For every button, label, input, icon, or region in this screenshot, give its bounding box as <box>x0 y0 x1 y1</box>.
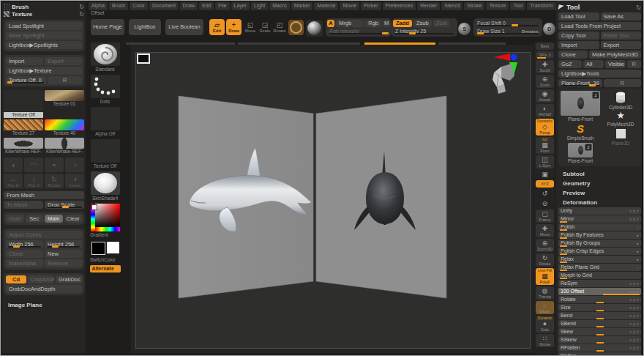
scale-button[interactable]: ◲Scale <box>258 21 272 33</box>
texture-adjust-button[interactable]: ◠ <box>24 157 43 172</box>
load-tools-from-project-button[interactable]: Load Tools From Project <box>558 22 641 30</box>
export-texture-button[interactable]: Export <box>45 57 82 65</box>
scene-3d[interactable] <box>131 45 533 353</box>
load-spotlight-button[interactable]: Load Spotlight <box>6 22 82 30</box>
crop-and-fill-button[interactable]: CropAndFill <box>28 275 54 283</box>
menu-item[interactable]: Alpha <box>89 2 108 10</box>
current-stroke-thumbnail[interactable] <box>91 75 120 98</box>
nav-button[interactable]: ▢ Frame <box>536 209 554 223</box>
rgb-button[interactable]: Rgb <box>365 20 381 27</box>
export-tool-button[interactable]: Export <box>601 41 642 49</box>
nav-button[interactable]: ∷ Xpose <box>536 334 554 347</box>
lightbox-texture-button[interactable]: Lightbox▶Texture <box>6 67 82 75</box>
deformation-axis-toggle[interactable]: x y z <box>629 215 639 223</box>
deformation-slider[interactable]: Unify x y z <box>558 207 641 215</box>
section-preview[interactable]: Preview <box>558 188 641 198</box>
menu-item[interactable]: Draw <box>180 2 198 10</box>
stroke-button[interactable]: S <box>457 22 471 36</box>
menu-item[interactable]: Macro <box>269 2 289 10</box>
make-polymesh3d-button[interactable]: Make PolyMesh3D <box>589 51 641 59</box>
menu-item[interactable]: Stencil <box>441 2 463 10</box>
zsub-button[interactable]: Zsub <box>413 20 432 27</box>
z-intensity-slider[interactable]: Z Intensity 25 <box>393 28 456 35</box>
deformation-slider[interactable]: Polish By Groups ● <box>558 240 641 247</box>
texture-thumbnail[interactable]: KillerWhale-REF- <box>4 138 43 155</box>
save-spotlight-button[interactable]: Save Spotlight <box>6 31 82 40</box>
menu-item[interactable]: Movie <box>340 2 359 10</box>
nav-button[interactable]: ◉ Actual <box>536 89 554 103</box>
section-subtool[interactable]: Subtool <box>558 169 641 179</box>
rotate-button[interactable]: ◰Rotate <box>273 21 286 33</box>
to-mesh-button[interactable]: To Mesh <box>4 201 43 209</box>
texture-restore-button[interactable]: R <box>48 76 82 84</box>
deformation-axis-toggle[interactable]: ● <box>636 248 639 255</box>
deformation-axis-toggle[interactable]: x y z <box>629 352 639 356</box>
deformation-slider[interactable]: Skew x y z <box>558 328 641 335</box>
adjust-colors-button[interactable]: Adjust Colors <box>6 231 82 239</box>
current-alpha-thumbnail[interactable] <box>91 107 120 130</box>
deformation-slider[interactable]: Bend x y z <box>558 312 641 319</box>
cd-button[interactable]: Cd <box>6 275 26 283</box>
from-mesh-button[interactable]: From Mesh <box>4 191 84 199</box>
nav-button[interactable]: ↻ Rotate <box>536 253 554 267</box>
draw-size-slider[interactable]: Draw Size 1 Dynamic <box>475 28 541 35</box>
zcut-button[interactable]: Zcut <box>433 20 450 27</box>
menu-item[interactable]: Preferences <box>383 2 416 10</box>
current-texture-thumbnail[interactable] <box>91 139 120 163</box>
nav-button[interactable]: SPix 3 <box>536 51 554 59</box>
deformation-axis-toggle[interactable]: ○ <box>636 223 639 231</box>
deformation-slider[interactable]: Polish By Features ● <box>558 231 641 239</box>
texture-thumbnail[interactable]: Texture 40 <box>45 119 84 136</box>
nav-button[interactable]: ⊘ <box>536 199 554 208</box>
sec-button[interactable]: Sec <box>26 215 44 223</box>
nav-button[interactable]: Best <box>536 42 554 50</box>
deformation-axis-toggle[interactable]: ● <box>636 231 639 239</box>
spotlight-dial-button[interactable] <box>288 20 304 35</box>
nav-button[interactable]: ▣ <box>536 170 554 179</box>
current-brush-thumbnail[interactable] <box>91 42 120 66</box>
height-slider[interactable]: Height 256 <box>45 240 82 248</box>
texture-adjust-button[interactable]: ◓ <box>45 157 64 172</box>
deformation-axis-toggle[interactable]: x y z <box>629 207 639 215</box>
edit-button[interactable]: ▱Edit <box>209 19 225 35</box>
mrgb-button[interactable]: Mrgb <box>336 20 364 27</box>
deformation-slider[interactable]: SSkew x y z <box>558 336 641 344</box>
simplebrush-icon[interactable]: S <box>577 122 584 135</box>
document-canvas[interactable] <box>131 45 533 353</box>
copy-tool-button[interactable]: Copy Tool <box>558 31 599 40</box>
menu-item[interactable]: Stroke <box>464 2 484 10</box>
clone-texture-button[interactable]: Clone <box>6 250 43 258</box>
saturation-value-square[interactable] <box>95 204 120 227</box>
deformation-slider[interactable]: SBend x y z <box>558 320 641 327</box>
deformation-slider[interactable]: Morph to Grid <box>558 272 641 279</box>
tool-restore-button[interactable]: R <box>604 79 642 87</box>
goz-visible-button[interactable]: Visible <box>605 60 626 68</box>
import-tool-button[interactable]: Import <box>558 41 599 49</box>
deformation-axis-toggle[interactable]: x y z <box>629 304 639 311</box>
color-a-button[interactable]: A <box>327 20 334 27</box>
section-deformation[interactable]: Deformation <box>558 198 641 207</box>
image-plane-section[interactable]: Image Plane <box>4 299 84 311</box>
deformation-axis-toggle[interactable]: x y z <box>629 296 639 303</box>
texture-adjust-button[interactable]: ↕ Flip V <box>24 174 43 188</box>
plane3d-icon[interactable] <box>616 129 626 138</box>
deformation-slider[interactable]: Polish Crisp Edges ● <box>558 248 641 255</box>
main-button[interactable]: Main <box>45 215 63 223</box>
deformation-axis-toggle[interactable]: ● <box>636 256 639 263</box>
main-color-swatch[interactable] <box>91 242 105 255</box>
current-material-thumbnail[interactable] <box>91 171 120 195</box>
texture-thumbnail[interactable]: Texture Off <box>4 90 43 118</box>
texture-palette-header[interactable]: Texture ↻ <box>4 10 84 18</box>
texture-select-slider[interactable]: Texture Off. 0 <box>6 76 46 84</box>
texture-thumbnail[interactable]: Texture 27 <box>4 119 43 136</box>
polymesh3d-star-icon[interactable]: ★ <box>616 111 625 121</box>
menu-item[interactable]: Light <box>251 2 268 10</box>
deformation-axis-toggle[interactable]: x y z <box>629 344 639 352</box>
texture-thumbnail[interactable]: Texture 01 <box>45 90 84 118</box>
nav-button[interactable]: ✚ Scroll <box>536 60 554 73</box>
texture-adjust-button[interactable]: ◔ <box>65 157 84 172</box>
clone-tool-button[interactable]: Clone <box>558 51 588 59</box>
nav-button[interactable]: Line Fill ▦ PolyF <box>536 268 554 285</box>
menu-item[interactable]: Color <box>130 2 148 10</box>
goz-r-button[interactable]: R <box>627 60 642 68</box>
